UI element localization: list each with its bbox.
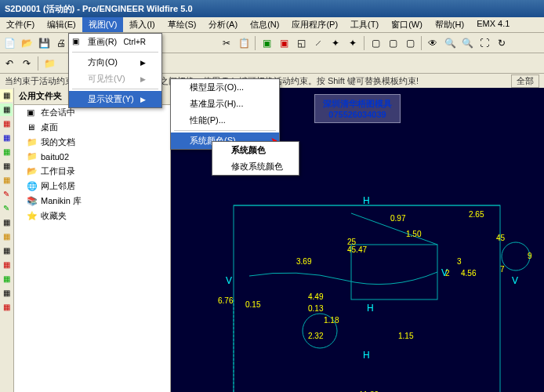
menu-sketch[interactable]: 草绘(S)	[161, 17, 203, 32]
menu-window[interactable]: 窗口(W)	[385, 17, 429, 32]
tool-icon[interactable]: ▦	[0, 89, 13, 102]
tool-icon[interactable]: ▦	[0, 103, 13, 116]
watermark-line1: 深圳清华梧图模具	[323, 98, 392, 110]
svg-text:V: V	[226, 275, 232, 286]
lib-icon: 📚	[27, 196, 38, 207]
menu-insert[interactable]: 插入(I)	[123, 17, 161, 32]
plane-icon[interactable]: ◱	[293, 35, 309, 51]
separator	[72, 89, 158, 89]
menu-bar: 文件(F) 编辑(E) 视图(V) 插入(I) 草绘(S) 分析(A) 信息(N…	[0, 17, 544, 33]
rotate-icon[interactable]: ↻	[494, 35, 510, 51]
zoom-in-icon[interactable]: 🔍	[442, 35, 458, 51]
desktop-icon: 🖥	[27, 122, 38, 133]
svg-text:6.76: 6.76	[218, 296, 234, 305]
menu-view[interactable]: 视图(V)	[82, 17, 124, 32]
tool-icon[interactable]: ▦	[0, 245, 13, 257]
new-icon[interactable]: 📄	[2, 35, 17, 51]
folder-tree: 公用文件夹 ▣在会话中 🖥桌面 📁我的文档 📁baitu02 📂工作目录 🌐网上…	[14, 88, 171, 392]
tool-icon[interactable]: ✎	[0, 202, 13, 215]
tooltip-desc: 修改系统颜色	[212, 158, 299, 175]
menu-edit[interactable]: 编辑(E)	[41, 17, 82, 32]
menu-app[interactable]: 应用程序(P)	[285, 17, 344, 32]
menu-performance[interactable]: 性能(P)...	[171, 112, 279, 129]
hidden-icon[interactable]: ▢	[385, 35, 401, 51]
svg-text:1.50: 1.50	[406, 230, 422, 238]
svg-rect-0	[234, 205, 500, 392]
axis-icon[interactable]: ⟋	[310, 35, 326, 51]
tool-icon[interactable]: ▦	[0, 216, 13, 229]
menu-repaint[interactable]: ▣ 重画(R) Ctrl+R	[69, 34, 161, 50]
menu-display-settings[interactable]: 显示设置(Y) ▶	[69, 91, 161, 107]
menu-file[interactable]: 文件(F)	[0, 17, 41, 32]
tree-item-baitu[interactable]: 📁baitu02	[14, 150, 170, 164]
svg-text:H: H	[367, 303, 374, 314]
menu-info[interactable]: 信息(N)	[244, 17, 285, 32]
redo-icon[interactable]: ↷	[19, 56, 34, 71]
select2-icon[interactable]: ▣	[276, 35, 292, 51]
svg-text:0.15: 0.15	[245, 300, 261, 309]
menu-model-display[interactable]: 模型显示(O)...	[171, 79, 279, 96]
svg-text:25: 25	[347, 238, 357, 246]
network-icon: 🌐	[27, 181, 38, 192]
display-submenu: 模型显示(O)... 基准显示(H)... 性能(P)... 系统颜色(S)..…	[170, 78, 280, 150]
view-icon[interactable]: 👁	[425, 35, 441, 51]
tool-icon[interactable]: ▦	[0, 287, 13, 299]
print-icon[interactable]: 🖨	[53, 35, 69, 51]
menu-datum-display[interactable]: 基准显示(H)...	[171, 96, 279, 112]
tool-icon[interactable]: ▦	[0, 160, 13, 172]
svg-text:1.15: 1.15	[398, 332, 414, 340]
tool-icon[interactable]: ▦	[0, 146, 13, 158]
tree-item-mydocs[interactable]: 📁我的文档	[14, 135, 170, 150]
select-icon[interactable]: ▣	[259, 35, 274, 51]
svg-text:4.49: 4.49	[308, 292, 324, 301]
filter-icon[interactable]: 📁	[42, 56, 57, 71]
status-filter[interactable]: 全部	[511, 74, 539, 88]
menu-help[interactable]: 帮助(H)	[429, 17, 470, 32]
tree-item-favorites[interactable]: ⭐收藏夹	[14, 209, 170, 223]
tool-icon[interactable]: ▦	[0, 174, 13, 187]
menu-visibility: 可见性(V) ▶	[69, 71, 161, 87]
svg-text:2.65: 2.65	[469, 210, 484, 219]
menu-direction[interactable]: 方向(O) ▶	[69, 54, 161, 71]
tool-icon[interactable]: ▦	[0, 273, 13, 285]
separator	[255, 36, 256, 50]
repaint-icon: ▣	[72, 37, 83, 48]
tool-icon[interactable]: ▦	[0, 301, 13, 314]
save-icon[interactable]: 💾	[36, 35, 52, 51]
csys-icon[interactable]: ✦	[345, 35, 361, 51]
docs-icon: 📁	[27, 137, 38, 148]
menu-tools[interactable]: 工具(T)	[344, 17, 385, 32]
view-dropdown: ▣ 重画(R) Ctrl+R 方向(O) ▶ 可见性(V) ▶ 显示设置(Y) …	[68, 33, 162, 108]
open-icon[interactable]: 📂	[19, 35, 34, 51]
point-icon[interactable]: ✦	[328, 35, 343, 51]
watermark: 深圳清华梧图模具 075526034039	[314, 94, 401, 123]
tool-icon[interactable]: ▦	[0, 132, 13, 144]
tool-icon[interactable]: ✎	[0, 188, 13, 201]
tool-icon[interactable]: ▦	[0, 230, 13, 243]
tree-item-manikin[interactable]: 📚Manikin 库	[14, 194, 170, 209]
svg-text:0.13: 0.13	[308, 304, 324, 313]
menu-analysis[interactable]: 分析(A)	[202, 17, 244, 32]
wireframe-icon[interactable]: ▢	[368, 35, 383, 51]
tree-item-desktop[interactable]: 🖥桌面	[14, 120, 170, 135]
tree-item-network[interactable]: 🌐网上邻居	[14, 179, 170, 194]
cut-icon[interactable]: ✂	[219, 35, 234, 51]
svg-text:1.18: 1.18	[324, 316, 339, 325]
svg-text:H: H	[363, 350, 370, 361]
copy-icon[interactable]: 📋	[236, 35, 252, 51]
svg-text:V: V	[512, 275, 518, 286]
colors-tooltip: 系统颜色 修改系统颜色	[212, 141, 299, 176]
tool-icon[interactable]: ▦	[0, 118, 13, 130]
svg-text:45.47: 45.47	[347, 245, 367, 254]
svg-text:3.69: 3.69	[296, 257, 312, 266]
menu-emx[interactable]: EMX 4.1	[470, 17, 516, 32]
tool-icon[interactable]: ▦	[0, 259, 13, 271]
window-title: S2D0001 (活动的) - Pro/ENGINEER Wildfire 5.…	[5, 3, 193, 15]
undo-icon[interactable]: ↶	[2, 56, 17, 71]
zoom-out-icon[interactable]: 🔍	[459, 35, 475, 51]
left-toolbar: ▦ ▦ ▦ ▦ ▦ ▦ ▦ ✎ ✎ ▦ ▦ ▦ ▦ ▦ ▦ ▦	[0, 88, 14, 392]
fit-icon[interactable]: ⛶	[477, 35, 492, 51]
tooltip-title: 系统颜色	[212, 142, 299, 158]
shaded-icon[interactable]: ▢	[402, 35, 418, 51]
tree-item-workdir[interactable]: 📂工作目录	[14, 164, 170, 179]
